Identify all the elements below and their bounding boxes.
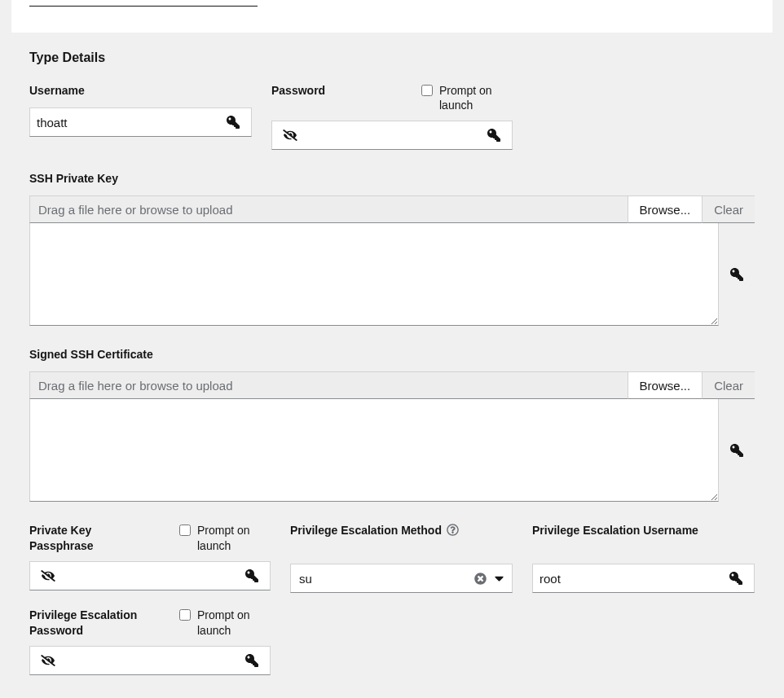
- key-icon[interactable]: [730, 268, 743, 281]
- passphrase-prompt-label: Prompt on launch: [197, 523, 271, 552]
- priv-esc-password-prompt-on-launch[interactable]: Prompt on launch: [179, 608, 271, 637]
- password-prompt-on-launch[interactable]: Prompt on launch: [421, 83, 513, 112]
- priv-esc-password-input[interactable]: [66, 647, 234, 674]
- browse-button[interactable]: Browse...: [628, 195, 703, 223]
- priv-esc-method-label: Privilege Escalation Method: [290, 523, 442, 538]
- key-icon[interactable]: [234, 647, 270, 674]
- username-field: Username: [29, 83, 252, 137]
- signed-cert-dropzone[interactable]: Drag a file here or browse to upload: [29, 371, 628, 399]
- signed-ssh-cert-field: Signed SSH Certificate Drag a file here …: [29, 347, 755, 502]
- passphrase-input[interactable]: [66, 562, 234, 590]
- key-icon[interactable]: [215, 108, 251, 136]
- priv-esc-password-prompt-label: Prompt on launch: [197, 608, 271, 637]
- caret-down-icon[interactable]: [495, 571, 504, 586]
- priv-esc-password-field: Privilege Escalation Password Prompt on …: [29, 608, 271, 674]
- username-input[interactable]: [30, 108, 215, 136]
- priv-esc-password-label: Privilege Escalation Password: [29, 608, 152, 637]
- signed-ssh-cert-label: Signed SSH Certificate: [29, 347, 153, 362]
- passphrase-prompt-on-launch[interactable]: Prompt on launch: [179, 523, 271, 552]
- passphrase-prompt-checkbox[interactable]: [179, 525, 191, 536]
- key-icon[interactable]: [234, 562, 270, 590]
- priv-esc-password-prompt-checkbox[interactable]: [179, 609, 191, 621]
- key-icon[interactable]: [718, 564, 754, 592]
- private-key-passphrase-field: Private Key Passphrase Prompt on launch: [29, 523, 271, 590]
- browse-button[interactable]: Browse...: [628, 371, 703, 399]
- password-field: Password Prompt on launch: [271, 83, 513, 150]
- priv-esc-method-field: Privilege Escalation Method su: [290, 523, 513, 593]
- ssh-private-key-field: SSH Private Key Drag a file here or brow…: [29, 171, 755, 326]
- clear-button[interactable]: Clear: [703, 371, 755, 399]
- eye-slash-icon[interactable]: [272, 121, 308, 149]
- password-label: Password: [271, 83, 325, 98]
- priv-esc-username-label: Privilege Escalation Username: [532, 523, 698, 538]
- eye-slash-icon[interactable]: [30, 647, 66, 674]
- key-icon[interactable]: [476, 121, 512, 149]
- key-icon[interactable]: [730, 444, 743, 457]
- section-title: Type Details: [29, 50, 755, 65]
- top-rule: [29, 0, 258, 7]
- signed-cert-textarea[interactable]: [29, 399, 719, 502]
- clear-selection-icon[interactable]: [474, 573, 487, 585]
- password-prompt-checkbox[interactable]: [421, 85, 433, 96]
- clear-button[interactable]: Clear: [703, 195, 755, 223]
- priv-esc-method-select[interactable]: su: [290, 564, 513, 593]
- ssh-private-key-label: SSH Private Key: [29, 171, 118, 186]
- username-label: Username: [29, 83, 85, 98]
- help-icon[interactable]: [447, 524, 460, 537]
- priv-esc-username-input[interactable]: [533, 564, 718, 592]
- password-prompt-label: Prompt on launch: [439, 83, 513, 112]
- password-input[interactable]: [308, 121, 476, 149]
- ssh-key-dropzone[interactable]: Drag a file here or browse to upload: [29, 195, 628, 223]
- private-key-passphrase-label: Private Key Passphrase: [29, 523, 119, 552]
- eye-slash-icon[interactable]: [30, 562, 66, 590]
- priv-esc-method-value: su: [299, 572, 474, 586]
- ssh-key-textarea[interactable]: [29, 223, 719, 326]
- priv-esc-username-field: Privilege Escalation Username: [532, 523, 755, 593]
